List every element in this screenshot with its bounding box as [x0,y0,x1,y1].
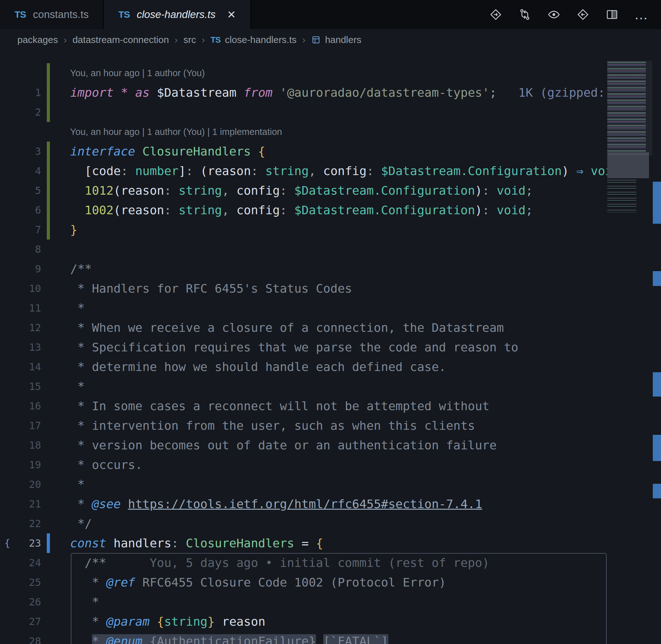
code-line[interactable]: 11 * [0,298,607,318]
open-changes-previous-icon[interactable] [576,8,590,21]
code-line[interactable]: 6 1002(reason: string, config: $Datastre… [0,200,607,220]
code-line[interactable]: 20 * [0,475,607,494]
line-number[interactable]: 28 [0,631,41,644]
line-number[interactable]: 22 [0,514,41,533]
split-editor-icon[interactable] [606,8,619,21]
chevron-right-icon: › [202,34,205,45]
code-line[interactable]: 25 * @ref RFC6455 Closure Code 1002 (Pro… [0,573,607,592]
code-text: interface ClosureHandlers { [70,142,607,161]
line-number[interactable]: 6 [0,200,41,220]
code-line[interactable]: 3interface ClosureHandlers { [0,142,607,161]
code-line[interactable]: 21 * @see https://tools.ietf.org/html/rf… [0,494,607,514]
minimap-slider[interactable] [607,61,652,156]
line-number[interactable]: 14 [0,357,41,377]
code-text: * intervention from the user, such as wh… [70,416,607,435]
line-number[interactable] [0,63,41,83]
line-number[interactable]: 4 [0,161,41,181]
code-line[interactable]: 4 [code: number]: (reason: string, confi… [0,161,607,181]
line-number[interactable]: 7 [0,220,41,239]
code-line[interactable]: 27 * @param {string} reason [0,612,607,631]
code-line[interactable]: 22 */ [0,514,607,533]
toggle-file-blame-icon[interactable] [547,8,561,21]
code-line[interactable]: 8 [0,239,607,259]
code-text: [code: number]: (reason: string, config:… [70,161,607,181]
gutter-decorations [41,220,70,239]
line-number[interactable]: 3 [0,142,41,161]
code-text: * In some cases a reconnect will not be … [70,396,607,416]
code-line[interactable]: 19 * occurs. [0,455,607,475]
code-lens-text[interactable]: You, an hour ago | 1 author (You) | 1 im… [70,122,607,142]
code-line[interactable]: 9/** [0,259,607,279]
gutter-decorations [41,142,70,161]
line-number[interactable]: 10 [0,279,41,298]
code-line[interactable]: 13 * Specification requires that we pars… [0,338,607,357]
line-number[interactable]: 1 [0,83,41,102]
code-lens-text[interactable]: You, an hour ago | 1 author (You) [70,63,607,83]
line-number[interactable]: 24 [0,553,41,573]
code-line[interactable]: 2 [0,102,607,122]
code-lens-row[interactable]: You, an hour ago | 1 author (You) | 1 im… [0,122,607,142]
code-text: * version becomes out of date or an auth… [70,435,607,455]
ruler-mark [653,435,661,461]
minimap-code-block [607,178,636,212]
line-number[interactable]: 18 [0,435,41,455]
line-number[interactable]: 8 [0,239,41,259]
line-number[interactable]: 2 [0,102,41,122]
code-line[interactable]: 17 * intervention from the user, such as… [0,416,607,435]
editor[interactable]: You, an hour ago | 1 author (You)1import… [0,50,661,644]
ruler-mark [653,182,661,224]
line-number[interactable]: 21 [0,494,41,514]
code-text: * [70,592,607,612]
code-text: * [70,475,607,494]
line-number[interactable]: 26 [0,592,41,612]
code-line[interactable]: 18 * version becomes out of date or an a… [0,435,607,455]
more-actions-icon[interactable]: … [635,8,648,21]
code-lens-row[interactable]: You, an hour ago | 1 author (You) [0,63,607,83]
line-number[interactable]: 16 [0,396,41,416]
tab-close-handlers[interactable]: TS close-handlers.ts ✕ [104,0,251,29]
code-line[interactable]: 1import * as $Datastream from '@aurorada… [0,83,607,102]
git-added-bar [47,161,50,181]
code-text: /** [70,259,607,279]
breadcrumb-item-packages[interactable]: packages [17,34,58,45]
line-number[interactable]: 15 [0,377,41,396]
gutter-decorations [41,200,70,220]
close-icon[interactable]: ✕ [227,9,236,20]
breadcrumb-item-datastream-connection[interactable]: datastream-connection [72,34,169,45]
git-compare-icon[interactable] [518,8,531,21]
overview-ruler [653,50,661,644]
code-line[interactable]: 16 * In some cases a reconnect will not … [0,396,607,416]
code-line[interactable]: 23const handlers: ClosureHandlers = {{ [0,533,607,553]
code-text: * [70,377,607,396]
code-line[interactable]: 24 /** You, 5 days ago • initial commit … [0,553,607,573]
line-number[interactable]: 20 [0,475,41,494]
code-line[interactable]: 5 1012(reason: string, config: $Datastre… [0,181,607,200]
breadcrumb-item-src[interactable]: src [184,34,196,45]
code-line[interactable]: 15 * [0,377,607,396]
code-line[interactable]: 7} [0,220,607,239]
line-number[interactable]: 17 [0,416,41,435]
tab-constants[interactable]: TS constants.ts [0,0,104,29]
line-number[interactable]: 13 [0,338,41,357]
line-number[interactable]: 5 [0,181,41,200]
line-number[interactable]: 12 [0,318,41,338]
line-number[interactable]: 9 [0,259,41,279]
open-changes-icon[interactable] [489,8,502,21]
line-number[interactable]: 27 [0,612,41,631]
code-line[interactable]: 14 * determine how we should handle each… [0,357,607,377]
breadcrumb-item-file[interactable]: TS close-handlers.ts [211,34,297,45]
breadcrumb-item-symbol-handlers[interactable]: handlers [311,34,362,45]
minimap[interactable] [607,61,652,269]
code-line[interactable]: 26 * [0,592,607,612]
line-number[interactable]: 11 [0,298,41,318]
line-number[interactable]: 25 [0,573,41,592]
line-number[interactable] [0,122,41,142]
gutter-decorations [41,377,70,396]
symbol-namespace-icon [311,35,321,45]
code-text: const handlers: ClosureHandlers = { [70,533,607,553]
minimap-comment-block [607,152,649,178]
code-line[interactable]: 12 * When we receive a closure of a conn… [0,318,607,338]
line-number[interactable]: 19 [0,455,41,475]
code-line[interactable]: 10 * Handlers for RFC 6455's Status Code… [0,279,607,298]
code-line[interactable]: 28 * @enum {AuthenticationFailure} [`FAT… [0,631,607,644]
